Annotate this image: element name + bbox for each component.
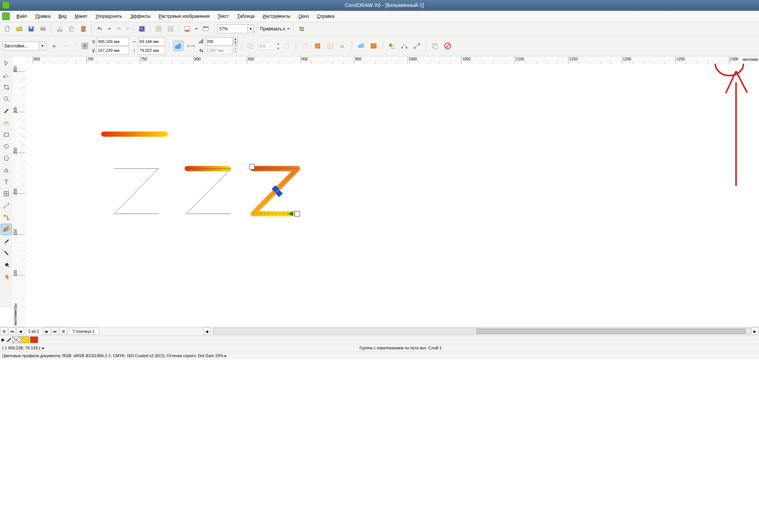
offset-field[interactable] xyxy=(205,46,232,54)
redo-button[interactable] xyxy=(113,24,124,34)
menu-edit[interactable]: Правка xyxy=(32,13,54,20)
steps-up[interactable]: ▴ xyxy=(233,37,238,41)
search-content-button[interactable] xyxy=(137,24,147,34)
freehand-tool[interactable] xyxy=(1,105,12,116)
chevron-down-icon[interactable]: ▾ xyxy=(39,42,45,50)
paste-button[interactable] xyxy=(78,24,89,34)
cut-button[interactable] xyxy=(54,24,65,34)
y-field[interactable] xyxy=(96,46,129,54)
menu-table[interactable]: Таблица xyxy=(233,13,258,20)
menu-effects[interactable]: Эффекты xyxy=(126,13,154,20)
offset-up[interactable]: ▴ xyxy=(233,46,238,50)
export-button[interactable] xyxy=(165,24,176,34)
object-accel-button[interactable] xyxy=(338,41,348,51)
preset-add-button[interactable]: ＋ xyxy=(49,41,59,51)
smart-fill-tool[interactable] xyxy=(1,117,12,128)
publish-pdf-button[interactable] xyxy=(182,24,192,34)
rectangle-tool[interactable] xyxy=(1,129,12,140)
blend-more-button[interactable] xyxy=(387,41,397,51)
menu-bitmaps[interactable]: Растровые изображения xyxy=(155,13,213,20)
page-tab-1[interactable]: Страница 1 xyxy=(69,328,99,335)
loop-blend-button[interactable] xyxy=(282,41,292,51)
ellipse-tool[interactable] xyxy=(1,141,12,152)
clear-blend-button[interactable] xyxy=(443,41,453,51)
menu-window[interactable]: Окно xyxy=(295,13,313,20)
presets-input[interactable] xyxy=(3,42,39,50)
object-origin-button[interactable] xyxy=(80,41,90,51)
connector-tool[interactable] xyxy=(1,212,12,223)
publish-drop[interactable] xyxy=(194,24,199,34)
blend-cw-color-button[interactable] xyxy=(312,41,323,51)
options-button[interactable] xyxy=(296,24,307,34)
swatch-yellow[interactable] xyxy=(21,336,29,343)
open-button[interactable] xyxy=(14,24,24,34)
fill-tool[interactable] xyxy=(1,259,12,270)
horizontal-scrollbar[interactable] xyxy=(213,328,751,335)
import-button[interactable] xyxy=(153,24,164,34)
interactive-fill-tool[interactable] xyxy=(1,271,12,282)
accel-fills-button[interactable] xyxy=(368,41,379,51)
basic-shapes-tool[interactable] xyxy=(1,164,12,176)
pick-tool[interactable] xyxy=(1,58,12,69)
add-page-after-button[interactable]: ⊞ xyxy=(60,327,67,335)
blend-rotate-button[interactable] xyxy=(245,41,256,51)
menu-layout[interactable]: Макет xyxy=(71,13,91,20)
blend-tool[interactable] xyxy=(1,224,12,235)
ruler-horizontal[interactable]: 6507007508008509009501000105011001150120… xyxy=(25,56,759,64)
last-page-button[interactable]: ⏭ xyxy=(52,327,59,335)
text-tool[interactable] xyxy=(1,176,12,187)
menu-file[interactable]: Файл xyxy=(13,13,31,20)
crop-tool[interactable] xyxy=(1,82,12,93)
steps-down[interactable]: ▾ xyxy=(233,41,238,46)
undo-button[interactable] xyxy=(95,24,105,34)
start-end-button[interactable] xyxy=(412,41,422,51)
copy-blend-button[interactable] xyxy=(430,41,440,51)
shape-tool[interactable] xyxy=(1,70,12,81)
menu-text[interactable]: Текст xyxy=(214,13,232,20)
next-page-button[interactable]: ▶ xyxy=(43,327,51,335)
menu-help[interactable]: Справка xyxy=(313,13,338,20)
print-button[interactable] xyxy=(38,24,48,34)
canvas[interactable] xyxy=(25,64,759,327)
presets-combo[interactable]: ▾ xyxy=(2,41,47,50)
rotate-field[interactable] xyxy=(258,42,276,50)
menu-view[interactable]: Вид xyxy=(55,13,70,20)
hscroll-left[interactable]: ◀ xyxy=(203,327,211,335)
zoom-combo[interactable]: ▾ xyxy=(217,24,254,33)
offset-down[interactable]: ▾ xyxy=(233,50,238,54)
zoom-input[interactable] xyxy=(218,25,247,33)
width-field[interactable] xyxy=(138,37,165,46)
palette-nav-left[interactable]: ▶ xyxy=(1,337,5,342)
steps-field[interactable] xyxy=(205,37,232,46)
menu-arrange[interactable]: Упорядочить xyxy=(92,13,126,20)
eyedropper-icon[interactable] xyxy=(6,337,11,343)
table-tool[interactable] xyxy=(1,188,12,199)
dimension-tool[interactable] xyxy=(1,200,12,211)
blend-direct-button[interactable] xyxy=(173,41,183,51)
fullscreen-button[interactable] xyxy=(200,24,211,34)
blend-ccw-color-button[interactable] xyxy=(325,41,335,51)
redo-drop[interactable] xyxy=(125,24,130,34)
eyedropper-tool[interactable] xyxy=(1,236,12,247)
blend-direct-color-button[interactable] xyxy=(300,41,310,51)
add-page-before-button[interactable]: ⊞ xyxy=(0,327,8,335)
path-properties-button[interactable] xyxy=(399,41,410,51)
chevron-down-icon[interactable]: ▾ xyxy=(247,25,253,33)
copy-button[interactable] xyxy=(66,24,77,34)
undo-drop[interactable] xyxy=(107,24,112,34)
first-page-button[interactable]: ⏮ xyxy=(9,327,16,335)
ruler-vertical[interactable]: миллиметры 350300250200150100 xyxy=(13,64,26,327)
save-button[interactable] xyxy=(26,24,36,34)
menu-tools[interactable]: Инструменты xyxy=(259,13,294,20)
hscroll-right[interactable]: ▶ xyxy=(751,327,759,335)
zoom-tool[interactable] xyxy=(1,93,12,104)
outline-tool[interactable] xyxy=(1,247,12,259)
no-color-swatch[interactable] xyxy=(12,336,20,343)
x-field[interactable] xyxy=(96,37,129,46)
swatch-red[interactable] xyxy=(30,336,38,343)
preset-remove-button[interactable]: － xyxy=(62,41,72,51)
new-button[interactable] xyxy=(2,24,13,34)
height-field[interactable] xyxy=(138,46,165,54)
accel-objects-button[interactable] xyxy=(356,41,366,51)
blend-spacing-button[interactable] xyxy=(186,41,196,51)
